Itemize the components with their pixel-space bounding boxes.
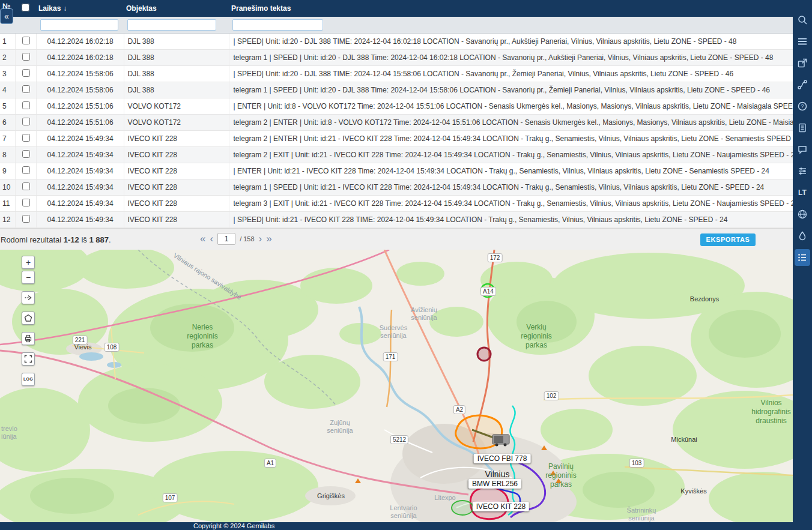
column-header-checkbox bbox=[15, 0, 36, 17]
map-label: Neries regioninis parkas bbox=[187, 323, 217, 350]
table-row[interactable]: 1 04.12.2024 16:02:18 DJL 388 | SPEED| U… bbox=[0, 33, 793, 49]
row-message: telegram 3 | EXIT | Unit: id:21 - IVECO … bbox=[229, 195, 793, 211]
table-row[interactable]: 7 04.12.2024 15:49:34 IVECO KIT 228 tele… bbox=[0, 130, 793, 146]
row-message: | ENTER | Unit: id:8 - VOLVO KOT172 Time… bbox=[229, 98, 793, 114]
row-object: IVECO KIT 228 bbox=[124, 130, 229, 146]
table-row[interactable]: 2 04.12.2024 16:02:18 DJL 388 telegram 1… bbox=[0, 49, 793, 65]
documents-button[interactable] bbox=[793, 117, 811, 139]
map-label: Kyviškės bbox=[680, 487, 706, 496]
road-badge: A1 bbox=[264, 459, 276, 468]
map-label: Vilniaus rajono savivaldybė bbox=[172, 251, 243, 302]
external-link-icon bbox=[797, 58, 808, 68]
row-checkbox[interactable] bbox=[22, 37, 30, 44]
map-label-layer: Vilniaus rajono savivaldybėNeries region… bbox=[0, 250, 793, 523]
row-number: 6 bbox=[0, 114, 15, 130]
first-page-button[interactable]: « bbox=[200, 233, 205, 245]
map-label: Grigiškės bbox=[317, 492, 345, 501]
row-checkbox[interactable] bbox=[22, 182, 30, 190]
row-object: DJL 388 bbox=[124, 65, 229, 82]
table-row[interactable]: 6 04.12.2024 15:51:06 VOLVO KOT172 teleg… bbox=[0, 114, 793, 130]
map-label: Sudervės seniūnija bbox=[380, 324, 407, 341]
row-checkbox[interactable] bbox=[22, 118, 30, 125]
log-button[interactable]: LOG bbox=[22, 373, 35, 386]
pager: « ‹ / 158 › » bbox=[200, 233, 272, 245]
collapse-panel-button[interactable]: « bbox=[0, 8, 13, 24]
map-label: trevio iūnija bbox=[1, 425, 17, 442]
row-checkbox[interactable] bbox=[22, 166, 30, 174]
map-label: Zujūnų seniūnija bbox=[327, 419, 353, 436]
row-message: telegram 2 | EXIT | Unit: id:21 - IVECO … bbox=[229, 146, 793, 163]
row-checkbox[interactable] bbox=[22, 53, 30, 61]
map-container[interactable]: Vilniaus rajono savivaldybėNeries region… bbox=[0, 250, 793, 523]
next-page-button[interactable]: › bbox=[259, 233, 262, 245]
last-page-button[interactable]: » bbox=[266, 233, 271, 245]
table-row[interactable]: 3 04.12.2024 15:58:06 DJL 388 | SPEED| U… bbox=[0, 65, 793, 82]
objektas-filter-input[interactable] bbox=[127, 19, 216, 31]
map-label: Vilnius bbox=[485, 469, 510, 480]
table-row[interactable]: 8 04.12.2024 15:49:34 IVECO KIT 228 tele… bbox=[0, 146, 793, 163]
row-message: telegram 1 | SPEED | Unit: id:20 - DJL 3… bbox=[229, 82, 793, 98]
row-number: 7 bbox=[0, 130, 15, 146]
row-checkbox[interactable] bbox=[22, 101, 30, 109]
column-header-objektas[interactable]: Objektas bbox=[124, 0, 229, 17]
row-number: 11 bbox=[0, 195, 15, 211]
route-button[interactable] bbox=[793, 74, 811, 95]
road-badge: 221 bbox=[73, 336, 88, 345]
column-header-laikas[interactable]: Laikas↓ bbox=[36, 0, 124, 17]
row-checkbox[interactable] bbox=[22, 85, 30, 93]
table-row[interactable]: 12 04.12.2024 15:49:34 IVECO KIT 228 | S… bbox=[0, 211, 793, 227]
help-button[interactable]: ? bbox=[793, 95, 811, 117]
messages-button[interactable] bbox=[793, 139, 811, 160]
row-checkbox[interactable] bbox=[22, 199, 30, 206]
map-label: Litexpo bbox=[434, 494, 455, 502]
vehicle-label[interactable]: BMW ERL256 bbox=[468, 479, 521, 489]
prev-page-button[interactable]: ‹ bbox=[210, 233, 213, 245]
row-checkbox[interactable] bbox=[22, 134, 30, 142]
column-header-pranesimo[interactable]: Pranešimo tektas bbox=[229, 0, 793, 17]
row-time: 04.12.2024 15:49:34 bbox=[36, 146, 124, 163]
row-checkbox[interactable] bbox=[22, 150, 30, 158]
total-pages-label: / 158 bbox=[240, 235, 254, 242]
row-time: 04.12.2024 16:02:18 bbox=[36, 49, 124, 65]
row-number: 10 bbox=[0, 179, 15, 195]
location-button[interactable] bbox=[793, 225, 811, 247]
row-checkbox[interactable] bbox=[22, 69, 30, 77]
row-time: 04.12.2024 16:02:18 bbox=[36, 33, 124, 49]
table-row[interactable]: 4 04.12.2024 15:58:06 DJL 388 telegram 1… bbox=[0, 82, 793, 98]
menu-button[interactable] bbox=[793, 31, 811, 52]
fullscreen-button[interactable] bbox=[22, 352, 35, 366]
route-icon bbox=[797, 79, 808, 90]
vehicle-label[interactable]: IVECO KIT 228 bbox=[473, 502, 529, 511]
language-button[interactable]: LT bbox=[793, 182, 811, 203]
row-number: 1 bbox=[0, 33, 15, 49]
print-button[interactable] bbox=[22, 332, 35, 345]
filters-button[interactable] bbox=[793, 160, 811, 182]
row-checkbox[interactable] bbox=[22, 215, 30, 223]
table-row[interactable]: 9 04.12.2024 15:49:34 IVECO KIT 228 | EN… bbox=[0, 163, 793, 179]
sort-desc-icon[interactable]: ↓ bbox=[63, 4, 67, 13]
zoom-in-button[interactable]: + bbox=[22, 256, 35, 269]
map-label: Verkių regioninis parkas bbox=[521, 323, 551, 350]
select-all-checkbox[interactable] bbox=[22, 4, 29, 11]
globe-button[interactable] bbox=[793, 203, 811, 225]
page-number-input[interactable] bbox=[217, 233, 235, 245]
row-message: | ENTER | Unit: id:21 - IVECO KIT 228 Ti… bbox=[229, 163, 793, 179]
table-row[interactable]: 10 04.12.2024 15:49:34 IVECO KIT 228 tel… bbox=[0, 179, 793, 195]
laikas-filter-input[interactable] bbox=[40, 19, 118, 31]
zoom-out-button[interactable]: − bbox=[22, 271, 35, 284]
open-external-button[interactable] bbox=[793, 52, 811, 74]
measure-arrow-button[interactable] bbox=[22, 291, 35, 304]
vehicle-label[interactable]: IVECO FBI 778 bbox=[474, 454, 531, 463]
row-object: IVECO KIT 228 bbox=[124, 195, 229, 211]
search-button[interactable] bbox=[793, 9, 811, 31]
pagination-bar: Rodomi rezultatai 1-12 iš 1 887. « ‹ / 1… bbox=[0, 228, 793, 250]
list-view-button[interactable] bbox=[795, 249, 810, 266]
road-badge: 102 bbox=[544, 391, 559, 400]
polygon-button[interactable] bbox=[22, 312, 35, 325]
table-row[interactable]: 11 04.12.2024 15:49:34 IVECO KIT 228 tel… bbox=[0, 195, 793, 211]
pranesimo-filter-input[interactable] bbox=[232, 19, 323, 31]
export-button[interactable]: EKSPORTAS bbox=[700, 233, 756, 246]
map-label: Pavilnių regioninis parkas bbox=[545, 462, 576, 489]
table-row[interactable]: 5 04.12.2024 15:51:06 VOLVO KOT172 | ENT… bbox=[0, 98, 793, 114]
dashed-arrow-icon bbox=[24, 294, 32, 302]
